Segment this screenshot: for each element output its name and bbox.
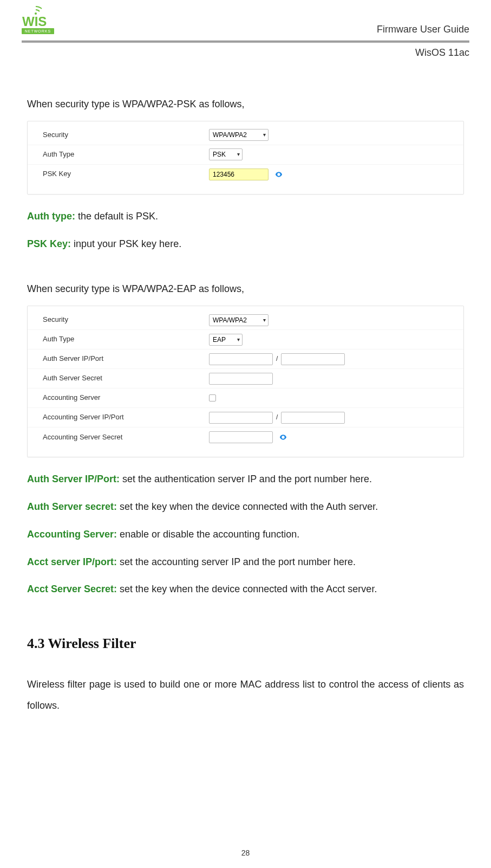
row-auth-type: Auth Type PSK	[28, 145, 463, 165]
row-eap-auth-type: Auth Type EAP	[28, 330, 463, 349]
page-number: 28	[0, 848, 491, 857]
auth-server-port-input[interactable]	[281, 353, 345, 365]
auth-type-select[interactable]: PSK	[209, 148, 243, 160]
eap-auth-type-select[interactable]: EAP	[209, 334, 243, 346]
auth-type-select-wrap[interactable]: PSK	[209, 148, 243, 160]
desc-acct-server-ip-port: Acct server IP/port: set the accounting …	[27, 554, 464, 570]
slash-sep: /	[276, 354, 278, 364]
row-auth-server-secret: Auth Server Secret	[28, 369, 463, 388]
label-eap-security: Security	[28, 314, 209, 326]
desc-auth-server-ip-port: Auth Server IP/Port: set the authenticat…	[27, 471, 464, 487]
desc-acct-server-secret: Acct Server Secret: set the key when the…	[27, 581, 464, 597]
acct-server-secret-input[interactable]	[209, 431, 273, 443]
label-psk-key: PSK Key	[28, 169, 209, 180]
slash-sep-2: /	[276, 412, 278, 423]
row-accounting-server: Accounting Server	[28, 388, 463, 408]
acct-server-ip-input[interactable]	[209, 412, 273, 424]
auth-server-secret-input[interactable]	[209, 373, 273, 385]
row-auth-server-ip-port: Auth Server IP/Port /	[28, 349, 463, 369]
intro-eap-text: When security type is WPA/WPA2-EAP as fo…	[27, 281, 464, 297]
label-security: Security	[28, 129, 209, 141]
header-subtitle: WisOS 11ac	[0, 43, 491, 59]
psk-config-panel: Security WPA/WPA2 Auth Type PSK PSK	[27, 121, 464, 195]
accounting-server-checkbox[interactable]	[209, 394, 216, 401]
desc-auth-server-secret: Auth Server secret: set the key when the…	[27, 499, 464, 515]
header-title: Firmware User Guide	[377, 24, 469, 35]
wis-networks-logo-icon: WIS NETWORKS	[22, 5, 54, 35]
brand-logo: WIS NETWORKS	[22, 5, 54, 35]
intro-psk-text: When security type is WPA/WPA2-PSK as fo…	[27, 96, 464, 112]
row-eap-security: Security WPA/WPA2	[28, 310, 463, 330]
acct-server-port-input[interactable]	[281, 412, 345, 424]
brand-text-top: WIS	[22, 14, 47, 29]
desc-accounting-server: Accounting Server: enable or disable the…	[27, 527, 464, 542]
desc-psk-key: PSK Key: input your PSK key here.	[27, 236, 464, 252]
toggle-visibility-icon-2[interactable]	[278, 432, 288, 442]
label-acct-server-ip-port: Accounting Server IP/Port	[28, 412, 209, 423]
auth-server-ip-input[interactable]	[209, 353, 273, 365]
eap-security-select-wrap[interactable]: WPA/WPA2	[209, 314, 269, 326]
svg-point-3	[283, 437, 284, 438]
page-content: When security type is WPA/WPA2-PSK as fo…	[0, 59, 491, 717]
row-acct-server-secret: Accounting Server Secret	[28, 427, 463, 447]
security-select[interactable]: WPA/WPA2	[209, 129, 269, 141]
eap-security-select[interactable]: WPA/WPA2	[209, 314, 269, 326]
label-auth-server-secret: Auth Server Secret	[28, 373, 209, 384]
label-accounting-server: Accounting Server	[28, 392, 209, 404]
section-body: Wireless filter page is used to build on…	[27, 674, 464, 717]
label-eap-auth-type: Auth Type	[28, 334, 209, 345]
row-psk-key: PSK Key	[28, 165, 463, 184]
svg-point-2	[278, 173, 280, 175]
desc-auth-type: Auth type: the default is PSK.	[27, 209, 464, 224]
psk-key-input[interactable]	[209, 169, 269, 180]
row-acct-server-ip-port: Accounting Server IP/Port /	[28, 408, 463, 427]
eap-config-panel: Security WPA/WPA2 Auth Type EAP Auth	[27, 306, 464, 457]
brand-text-bottom: NETWORKS	[25, 29, 51, 33]
page-header: WIS NETWORKS Firmware User Guide	[0, 0, 491, 38]
label-auth-type: Auth Type	[28, 149, 209, 160]
label-acct-server-secret: Accounting Server Secret	[28, 432, 209, 443]
label-auth-server-ip-port: Auth Server IP/Port	[28, 353, 209, 365]
toggle-visibility-icon[interactable]	[274, 170, 284, 179]
security-select-wrap[interactable]: WPA/WPA2	[209, 129, 269, 141]
eap-auth-type-select-wrap[interactable]: EAP	[209, 334, 243, 346]
section-heading: 4.3 Wireless Filter	[27, 632, 464, 655]
row-security: Security WPA/WPA2	[28, 126, 463, 145]
